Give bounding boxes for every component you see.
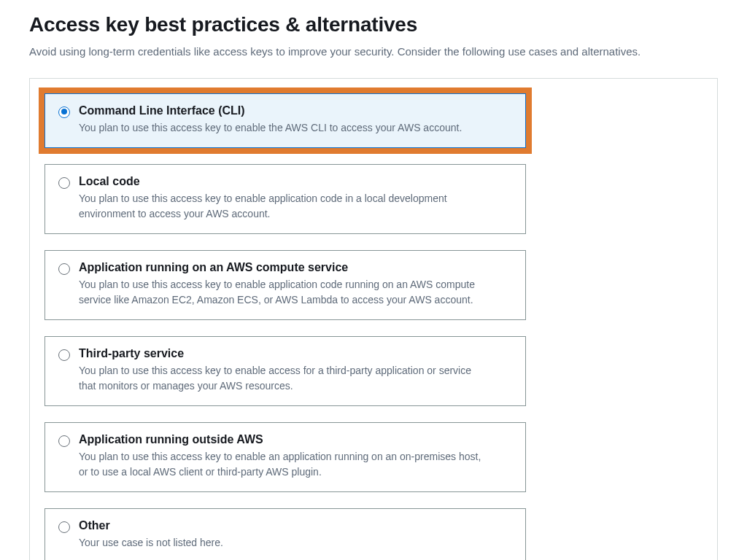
radio-icon [58, 263, 70, 275]
option-local-code[interactable]: Local code You plan to use this access k… [44, 164, 526, 234]
radio-icon [58, 521, 70, 533]
option-description: You plan to use this access key to enabl… [79, 120, 487, 136]
option-label: Local code [79, 175, 512, 188]
option-description: Your use case is not listed here. [79, 535, 487, 551]
option-other[interactable]: Other Your use case is not listed here. [44, 508, 526, 561]
page-subtitle: Avoid using long-term credentials like a… [29, 44, 671, 61]
option-outside-aws[interactable]: Application running outside AWS You plan… [44, 422, 526, 492]
page-title: Access key best practices & alternatives [29, 13, 718, 36]
option-description: You plan to use this access key to enabl… [79, 191, 487, 222]
option-label: Application running outside AWS [79, 433, 512, 446]
option-description: You plan to use this access key to enabl… [79, 449, 487, 480]
option-label: Third-party service [79, 347, 512, 360]
option-description: You plan to use this access key to enabl… [79, 277, 487, 308]
option-aws-compute[interactable]: Application running on an AWS compute se… [44, 250, 526, 320]
page-root: Access key best practices & alternatives… [0, 0, 747, 560]
option-label: Other [79, 519, 512, 532]
radio-icon [58, 106, 70, 118]
options-panel: Command Line Interface (CLI) You plan to… [29, 78, 718, 561]
radio-icon [58, 435, 70, 447]
option-third-party[interactable]: Third-party service You plan to use this… [44, 336, 526, 406]
option-label: Command Line Interface (CLI) [79, 104, 512, 117]
radio-icon [58, 349, 70, 361]
highlight-annotation: Command Line Interface (CLI) You plan to… [44, 93, 526, 148]
option-cli[interactable]: Command Line Interface (CLI) You plan to… [44, 93, 526, 148]
radio-icon [58, 177, 70, 189]
option-label: Application running on an AWS compute se… [79, 261, 512, 274]
option-description: You plan to use this access key to enabl… [79, 363, 487, 394]
